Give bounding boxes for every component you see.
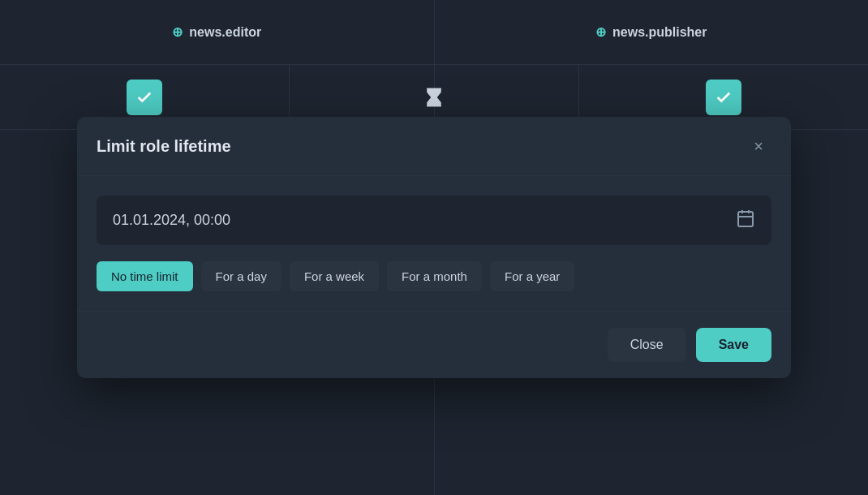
calendar-icon[interactable]	[736, 209, 755, 232]
modal-close-button[interactable]: ×	[746, 133, 771, 159]
modal-dialog: Limit role lifetime × 01.01.2024, 00:00	[77, 117, 791, 378]
modal-title: Limit role lifetime	[97, 137, 231, 156]
quick-buttons-group: No time limit For a day For a week For a…	[97, 261, 771, 291]
svg-rect-2	[738, 212, 753, 226]
date-input-wrapper: 01.01.2024, 00:00	[97, 196, 771, 245]
quick-btn-day[interactable]: For a day	[201, 261, 281, 291]
quick-btn-month[interactable]: For a month	[387, 261, 482, 291]
modal-overlay: Limit role lifetime × 01.01.2024, 00:00	[0, 0, 868, 495]
quick-btn-week[interactable]: For a week	[290, 261, 379, 291]
modal-header: Limit role lifetime ×	[77, 117, 791, 176]
quick-btn-no-limit[interactable]: No time limit	[97, 261, 193, 291]
date-value: 01.01.2024, 00:00	[113, 212, 230, 229]
quick-btn-year[interactable]: For a year	[490, 261, 574, 291]
modal-body: 01.01.2024, 00:00 No time limit For a da…	[77, 176, 791, 311]
save-button[interactable]: Save	[696, 328, 771, 362]
modal-footer: Close Save	[77, 311, 791, 378]
close-button[interactable]: Close	[608, 328, 686, 362]
